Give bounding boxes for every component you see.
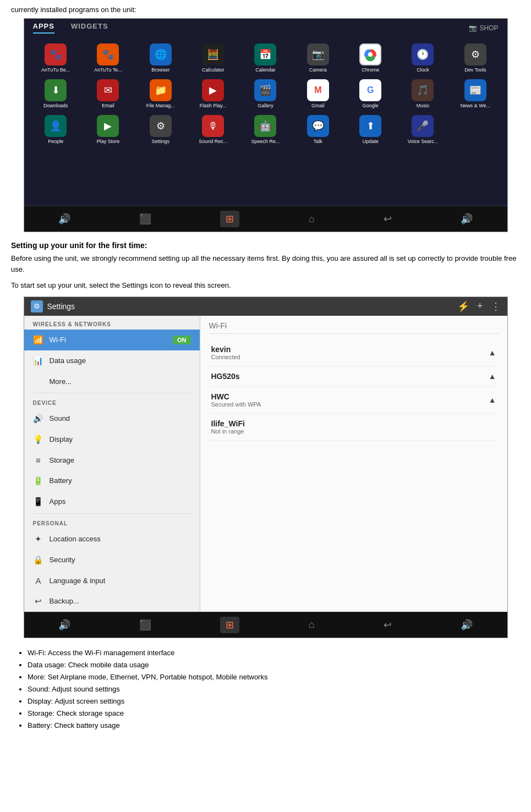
tab-widgets[interactable]: WIDGETS (71, 22, 108, 34)
bullet-datausage: Data usage: Check mobile data usage (28, 659, 520, 671)
display-label: Display (50, 435, 73, 443)
settings-icon: ⚙ (150, 115, 172, 137)
app-voicesearch[interactable]: 🎤 Voice Searc... (398, 113, 448, 146)
back-square-nav[interactable]: ⬛ (139, 213, 151, 225)
settings-action-add[interactable]: + (477, 300, 483, 312)
sidebar-item-battery[interactable]: 🔋 Battery (24, 470, 200, 491)
back-nav[interactable]: ↩ (384, 213, 392, 225)
app-music[interactable]: 🎵 Music (398, 77, 448, 111)
app-antutu-benchmark[interactable]: 🐾 AnTuTu Be... (31, 41, 81, 75)
app-speechrec[interactable]: 🤖 Speech Re... (240, 113, 291, 146)
app-browser[interactable]: 🌐 Browser (135, 41, 185, 75)
tab-apps[interactable]: APPS (33, 22, 54, 34)
sound-icon: 🔊 (33, 414, 44, 424)
wifi-toggle[interactable]: ON (173, 336, 191, 344)
settings-action-bolt[interactable]: ⚡ (457, 300, 469, 312)
wireless-networks-header: WIRELESS & NETWORKS (24, 316, 200, 330)
camera-app-icon: 📷 (307, 43, 329, 65)
app-playstore[interactable]: ▶ Play Store (83, 113, 133, 146)
android-navbar: 🔊 ⬛ ⊞ ⌂ ↩ 🔊 (24, 206, 507, 232)
clock-icon: 🕐 (412, 43, 434, 65)
svg-point-1 (368, 52, 373, 57)
volume-up-nav[interactable]: 🔊 (461, 213, 473, 225)
wifi-icon: 📶 (33, 335, 44, 345)
settings-navbar: 🔊 ⬛ ⊞ ⌂ ↩ 🔊 (24, 612, 507, 638)
app-settings[interactable]: ⚙ Settings (135, 113, 185, 146)
section1-para2: To start set up your unit, select the Se… (11, 280, 520, 291)
app-google[interactable]: G Google (346, 77, 396, 111)
volume-down-nav[interactable]: 🔊 (58, 213, 70, 225)
app-soundrecorder[interactable]: 🎙 Sound Rec... (188, 113, 238, 146)
shop-label: 📷 SHOP (469, 24, 498, 32)
app-calculator[interactable]: 🧮 Calculator (188, 41, 238, 75)
chrome-icon (359, 43, 381, 65)
wifi-section-header: Wi-Fi (209, 321, 499, 334)
sidebar-item-storage[interactable]: ≡ Storage (24, 450, 200, 470)
app-clock[interactable]: 🕐 Clock (398, 41, 448, 75)
browser-icon: 🌐 (150, 43, 172, 65)
sidebar-item-datausage[interactable]: 📊 Data usage (24, 350, 200, 371)
app-devtools[interactable]: ⚙ Dev Tools (450, 41, 500, 75)
sidebar-item-location[interactable]: ✦ Location access (24, 529, 200, 550)
settings-titlebar: ⚙ Settings ⚡ + ⋮ (24, 297, 507, 316)
app-email[interactable]: ✉ Email (83, 77, 133, 111)
storage-icon: ≡ (33, 456, 44, 465)
wifi-network-hg520s[interactable]: HG520s ▲ (209, 366, 499, 387)
wifi-network-ilife[interactable]: Ilife_WiFi Not in range (209, 414, 499, 441)
sidebar-item-language[interactable]: A Language & input (24, 570, 200, 591)
app-people[interactable]: 👤 People (31, 113, 81, 146)
sidebar-item-apps[interactable]: 📱 Apps (24, 491, 200, 512)
sidebar-item-display[interactable]: 💡 Display (24, 429, 200, 450)
app-camera[interactable]: 📷 Camera (293, 41, 343, 75)
wifi-network-kevin[interactable]: kevin Connected ▲ (209, 339, 499, 366)
wifi-status-hwc: Secured with WPA (211, 401, 261, 408)
security-label: Security (50, 556, 75, 564)
app-flashplayer[interactable]: ▶ Flash Play... (188, 77, 238, 111)
settings-screen: ⚙ Settings ⚡ + ⋮ WIRELESS & NETWORKS 📶 W… (24, 297, 508, 638)
sound-label: Sound (50, 414, 70, 423)
sidebar-item-wifi[interactable]: 📶 Wi-Fi ON (24, 330, 200, 350)
home-settings-nav[interactable]: ⌂ (309, 619, 315, 630)
settings-action-more[interactable]: ⋮ (491, 300, 501, 312)
divider2 (33, 513, 191, 514)
app-antutu-test[interactable]: 🐾 AnTuTu Te... (83, 41, 133, 75)
home-grid-settings-nav[interactable]: ⊞ (220, 617, 239, 633)
wifi-label: Wi-Fi (50, 336, 66, 344)
settings-title-left: ⚙ Settings (31, 300, 75, 312)
app-gmail[interactable]: M Gmail (293, 77, 343, 111)
app-update[interactable]: ⬆ Update (346, 113, 396, 146)
sidebar-item-security[interactable]: 🔒 Security (24, 550, 200, 570)
security-icon: 🔒 (33, 555, 44, 565)
apps-label: Apps (50, 497, 66, 506)
vol-up-settings-nav[interactable]: 🔊 (461, 619, 473, 631)
wifi-status-ilife: Not in range (211, 428, 245, 435)
sidebar-item-more[interactable]: More... (24, 371, 200, 392)
wifi-network-hwc[interactable]: HWC Secured with WPA ▲ (209, 387, 499, 414)
sidebar-item-backup[interactable]: ↩ Backup... (24, 591, 200, 612)
speechrec-icon: 🤖 (254, 115, 276, 137)
gmail-icon: M (307, 79, 329, 101)
home-grid-nav[interactable]: ⊞ (220, 211, 239, 227)
calculator-icon: 🧮 (202, 43, 224, 65)
personal-header: PERSONAL (24, 515, 200, 529)
app-downloads[interactable]: ⬇ Downloads (31, 77, 81, 111)
app-calendar[interactable]: 📅 Calendar (240, 41, 291, 75)
device-header: DEVICE (24, 394, 200, 408)
app-talk[interactable]: 💬 Talk (293, 113, 343, 146)
app-chrome[interactable]: Chrome (346, 41, 396, 75)
bullet-sound: Sound: Adjust sound settings (28, 683, 520, 695)
vol-down-settings-nav[interactable]: 🔊 (58, 619, 70, 631)
settings-sidebar: WIRELESS & NETWORKS 📶 Wi-Fi ON 📊 Data us… (24, 316, 200, 612)
wifi-signal-hg520s: ▲ (489, 372, 496, 381)
back-settings-nav[interactable]: ↩ (384, 619, 392, 631)
wifi-signal-kevin: ▲ (489, 348, 496, 357)
playstore-icon: ▶ (97, 115, 119, 137)
bullet-storage: Storage: Check storage space (28, 707, 520, 720)
sidebar-item-sound[interactable]: 🔊 Sound (24, 408, 200, 429)
home-nav[interactable]: ⌂ (309, 213, 315, 225)
apps-icon: 📱 (33, 497, 44, 507)
app-newsweather[interactable]: 📰 News & We... (450, 77, 500, 111)
back-sq-settings-nav[interactable]: ⬛ (139, 619, 151, 631)
app-filemanager[interactable]: 📁 File Manag... (135, 77, 185, 111)
app-gallery[interactable]: 🎬 Gallery (240, 77, 291, 111)
